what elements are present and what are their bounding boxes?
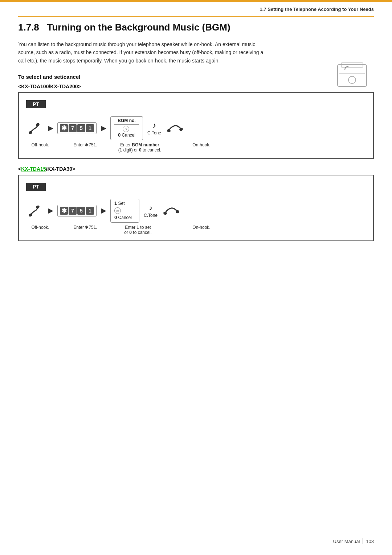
label-row-2: Off-hook. Enter ✱751. Enter 1 to set or … [26,225,366,235]
main-content: 1.7.8 Turning on the Background Music (B… [18,22,374,248]
page-number: 103 [366,539,374,544]
label-onhook-2: On-hook. [187,225,216,235]
key-1-2: 1 [86,207,94,215]
bgm-top-label: BGM no. [114,118,139,125]
note-icon-1: ♪ [152,121,156,130]
bgm-zero: 0 [118,132,121,138]
arrow-2: ▶ [101,124,106,132]
key-sequence-2: ✱ 7 5 1 [57,205,97,216]
svg-point-6 [167,129,171,133]
arrow-4: ▶ [101,207,106,215]
bgm-cancel-label: Cancel [122,133,135,138]
one-label: 1 [114,200,117,206]
label-set-cancel: Enter 1 to set or 0 to cancel. [114,225,162,235]
phone-image [334,61,374,94]
model2-prefix: < [18,166,21,172]
set-row: 1 Set [114,200,125,206]
label-bgm-1: Enter BGM number (1 digit) or 0 to cance… [114,142,165,153]
key-5-1: 5 [77,124,85,132]
model1-label: <KX-TDA100/KX-TDA200> [18,84,374,89]
svg-point-10 [163,211,167,215]
label-enter-1: Enter ✱751. [64,142,107,153]
key-star-2: ✱ [60,207,68,215]
label-onhook-1: On-hook. [187,142,216,153]
offhook-icon-1 [26,121,44,136]
ctone-area-1: ♪ C.Tone [147,121,161,135]
footer: User Manual 103 [333,538,374,544]
label-enter-2: Enter ✱751. [64,225,107,235]
bgm-or-row: or [123,126,131,132]
svg-point-3 [348,76,356,84]
cancel-row: 0 Cancel [114,215,132,220]
section-header: 1.7 Setting the Telephone According to Y… [260,7,374,12]
header-bar [0,0,392,2]
pt-label-2: PT [26,183,46,191]
or-circle-2: or [114,207,121,214]
section-number: 1.7.8 [18,22,39,33]
set-label: Set [118,201,125,206]
svg-point-5 [36,122,40,127]
flow-row-1: ▶ ✱ 7 5 1 ▶ BGM no. or 0 Cancel [26,116,366,140]
model2-label: <KX-TDA15/KX-TDA30> [18,166,374,172]
bgm-box-1: BGM no. or 0 Cancel [110,116,143,140]
ctone-label-2: C.Tone [144,213,158,218]
ctone-label-1: C.Tone [147,130,161,135]
footer-text: User Manual [333,539,360,544]
pt-label-1: PT [26,100,46,108]
key-7-1: 7 [69,124,77,132]
cancel-label-2: Cancel [118,215,132,220]
bgm-cancel-row: 0 Cancel [118,132,135,138]
key-1-1: 1 [86,124,94,132]
diagram-box-1: PT ▶ ✱ 7 5 1 ▶ [18,92,374,159]
key-7-2: 7 [69,207,77,215]
key-5-2: 5 [77,207,85,215]
arrow-1: ▶ [48,124,53,132]
key-sequence-1: ✱ 7 5 1 [57,122,97,134]
offhook-icon-2 [26,203,44,218]
onhook-icon-1 [166,121,184,136]
svg-point-9 [36,205,40,209]
flow-row-2: ▶ ✱ 7 5 1 ▶ 1 Set or 0 [26,199,366,223]
zero-label-2: 0 [114,215,117,220]
page-title: 1.7.8 Turning on the Background Music (B… [18,22,374,33]
diagram-box-2: PT ▶ ✱ 7 5 1 ▶ [18,175,374,241]
set-cancel-box: 1 Set or 0 Cancel [110,199,139,223]
arrow-3: ▶ [48,207,53,215]
label-offhook-1: Off-hook. [28,142,53,153]
note-icon-2: ♪ [149,204,152,212]
intro-paragraph: You can listen to the background music t… [18,40,272,65]
kx-tda15-label: KX-TDA15 [21,166,46,172]
or-circle: or [123,126,129,132]
kx-tda30-label: KX-TDA30> [48,166,75,172]
ctone-area-2: ♪ C.Tone [144,204,158,218]
svg-rect-0 [338,65,367,86]
key-star-1: ✱ [60,124,68,132]
section-title-text: Turning on the Background Music (BGM) [47,22,230,33]
footer-divider [363,538,363,544]
subsection-title: To select and set/cancel [18,74,374,80]
top-rule [18,16,374,17]
label-row-1: Off-hook. Enter ✱751. Enter BGM number (… [26,142,366,153]
label-offhook-2: Off-hook. [28,225,53,235]
onhook-icon-2 [162,203,181,218]
